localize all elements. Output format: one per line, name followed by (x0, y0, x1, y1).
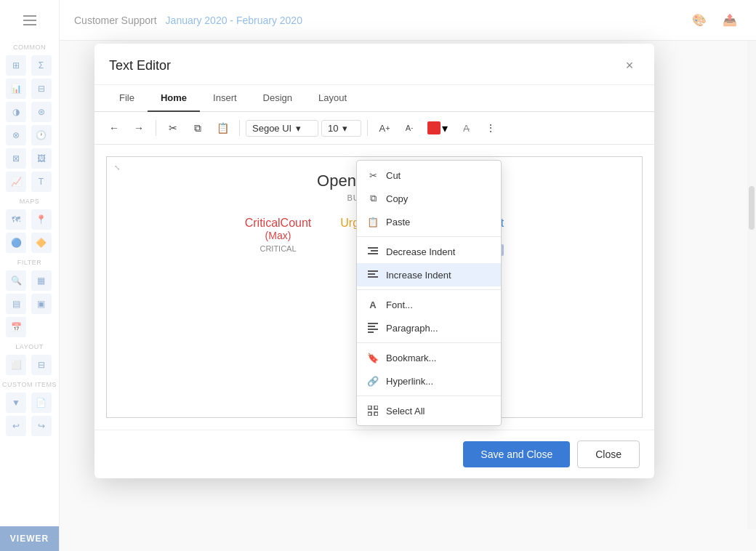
ctx-sep-4 (357, 395, 501, 396)
svg-rect-4 (368, 273, 375, 275)
ctx-sep-1 (357, 236, 501, 237)
resize-handle[interactable]: ⤡ (113, 163, 121, 172)
ctx-decrease-indent-label: Decrease Indent (386, 246, 455, 257)
ctx-paragraph[interactable]: Paragraph... (357, 316, 501, 339)
ctx-font-label: Font... (386, 299, 413, 310)
font-color-button[interactable]: ▾ (423, 119, 452, 137)
copy-icon: ⧉ (367, 193, 379, 204)
modal-footer: Save and Close Close (94, 430, 654, 478)
svg-rect-5 (368, 276, 378, 278)
app-background: COMMON ⊞ Σ 📊 ⊟ ◑ ⊛ ⊗ 🕐 ⊠ 🖼 📈 T MAPS 🗺 📍 … (0, 0, 756, 551)
select-all-icon (367, 405, 379, 417)
svg-rect-10 (368, 406, 371, 409)
ctx-cut[interactable]: ✂ Cut (357, 164, 501, 187)
undo-button[interactable]: ← (103, 118, 125, 138)
ctx-paste-label: Paste (386, 217, 410, 228)
more-button[interactable]: ⋮ (480, 118, 502, 138)
toolbar-sep-1 (156, 120, 156, 136)
decrease-indent-icon (367, 246, 379, 257)
paragraph-icon (367, 322, 379, 334)
field-critical-max: (Max) (245, 230, 312, 241)
field-critical: CriticalCount (Max) CRITICAL (245, 217, 312, 256)
modal-header: Text Editor × (94, 44, 654, 85)
font-size-value: 10 (328, 123, 338, 134)
svg-rect-12 (368, 412, 371, 416)
tab-file[interactable]: File (106, 85, 148, 112)
field-critical-label: CRITICAL (245, 244, 312, 253)
bookmark-icon: 🔖 (367, 352, 379, 363)
hyperlink-icon: 🔗 (367, 375, 379, 387)
toolbar-sep-3 (367, 120, 368, 136)
font-size-select[interactable]: 10 ▾ (321, 120, 361, 137)
cut-button[interactable]: ✂ (162, 118, 184, 138)
svg-rect-13 (374, 412, 378, 416)
font-larger-button[interactable]: A+ (374, 118, 395, 138)
editor-tabs: File Home Insert Design Layout (94, 85, 654, 112)
cut-icon: ✂ (367, 169, 379, 181)
ctx-select-all-label: Select All (386, 406, 425, 417)
close-button[interactable]: Close (577, 441, 640, 468)
font-name-arrow: ▾ (296, 123, 301, 134)
font-smaller-button[interactable]: A- (398, 118, 420, 138)
tab-design[interactable]: Design (250, 85, 305, 112)
ctx-bookmark[interactable]: 🔖 Bookmark... (357, 346, 501, 369)
ctx-paragraph-label: Paragraph... (386, 323, 438, 334)
ctx-select-all[interactable]: Select All (357, 399, 501, 422)
modal-title: Text Editor (109, 58, 171, 73)
color-arrow: ▾ (442, 121, 448, 135)
ctx-decrease-indent[interactable]: Decrease Indent (357, 240, 501, 263)
toolbar-sep-2 (239, 120, 240, 136)
svg-rect-2 (368, 253, 378, 254)
svg-rect-1 (371, 250, 378, 252)
tab-layout[interactable]: Layout (305, 85, 360, 112)
color-swatch (427, 121, 441, 134)
ctx-paste[interactable]: 📋 Paste (357, 210, 501, 233)
svg-rect-8 (368, 329, 378, 330)
redo-button[interactable]: → (128, 118, 150, 138)
svg-rect-3 (368, 270, 378, 272)
ctx-increase-indent[interactable]: Increase Indent (357, 263, 501, 286)
ctx-increase-indent-label: Increase Indent (386, 270, 451, 281)
svg-rect-7 (368, 326, 375, 327)
font-size-arrow: ▾ (342, 123, 347, 134)
svg-rect-11 (374, 406, 378, 409)
context-menu: ✂ Cut ⧉ Copy 📋 Paste Decrease Indent Inc… (356, 160, 502, 426)
increase-indent-icon (367, 269, 379, 281)
ctx-hyperlink[interactable]: 🔗 Hyperlink... (357, 369, 501, 393)
modal-close-button[interactable]: × (619, 55, 640, 76)
ctx-copy-label: Copy (386, 193, 408, 204)
svg-rect-6 (368, 323, 378, 324)
editor-toolbar: ← → ✂ ⧉ 📋 Segoe UI ▾ 10 ▾ A+ A- ▾ A̶ ⋮ (94, 112, 654, 145)
svg-rect-0 (368, 247, 378, 249)
font-name-value: Segoe UI (252, 123, 291, 134)
ctx-sep-2 (357, 289, 501, 290)
clear-format-button[interactable]: A̶ (455, 118, 477, 138)
paste-button[interactable]: 📋 (212, 118, 233, 138)
tab-insert[interactable]: Insert (200, 85, 250, 112)
ctx-hyperlink-label: Hyperlink... (386, 376, 433, 387)
font-icon: A (367, 299, 379, 310)
ctx-copy[interactable]: ⧉ Copy (357, 187, 501, 210)
font-name-select[interactable]: Segoe UI ▾ (246, 120, 318, 137)
ctx-sep-3 (357, 342, 501, 343)
svg-rect-9 (368, 331, 374, 333)
field-critical-name: CriticalCount (245, 217, 312, 230)
ctx-cut-label: Cut (386, 170, 401, 181)
ctx-bookmark-label: Bookmark... (386, 353, 436, 363)
ctx-font[interactable]: A Font... (357, 293, 501, 316)
paste-icon: 📋 (367, 216, 379, 228)
copy-toolbar-button[interactable]: ⧉ (187, 118, 209, 138)
tab-home[interactable]: Home (148, 85, 200, 112)
save-close-button[interactable]: Save and Close (463, 441, 570, 467)
